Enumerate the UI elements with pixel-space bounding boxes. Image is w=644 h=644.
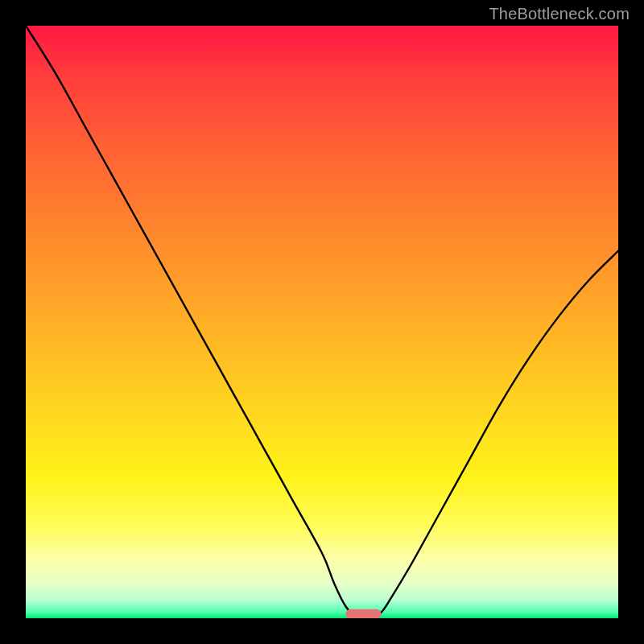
watermark-text: TheBottleneck.com bbox=[489, 5, 630, 23]
chart-svg bbox=[26, 26, 618, 618]
plot-area bbox=[26, 26, 618, 618]
optimal-range-marker bbox=[345, 609, 381, 618]
chart-frame: TheBottleneck.com bbox=[0, 0, 644, 644]
bottleneck-curve bbox=[26, 26, 618, 618]
